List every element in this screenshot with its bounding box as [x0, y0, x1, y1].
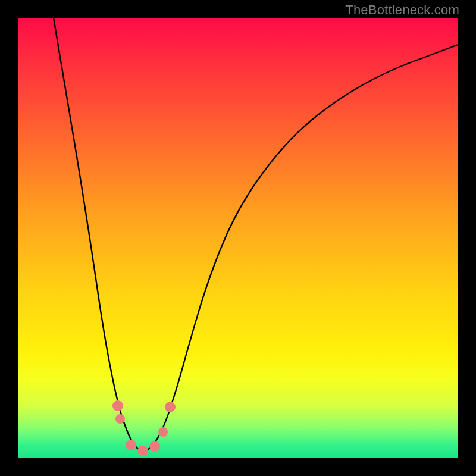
- marker-dot: [115, 414, 125, 424]
- markers-group: [112, 400, 176, 456]
- chart-plot-area: [18, 18, 458, 458]
- marker-dot: [149, 441, 160, 452]
- curve-group: [54, 18, 458, 451]
- marker-dot: [158, 427, 168, 437]
- watermark-text: TheBottleneck.com: [345, 2, 459, 18]
- marker-dot: [165, 402, 176, 412]
- marker-dot: [126, 440, 136, 450]
- marker-dot: [137, 446, 148, 456]
- chart-svg: [18, 18, 458, 458]
- bottleneck-curve: [54, 18, 458, 451]
- marker-dot: [112, 400, 123, 411]
- chart-frame: TheBottleneck.com: [0, 0, 476, 476]
